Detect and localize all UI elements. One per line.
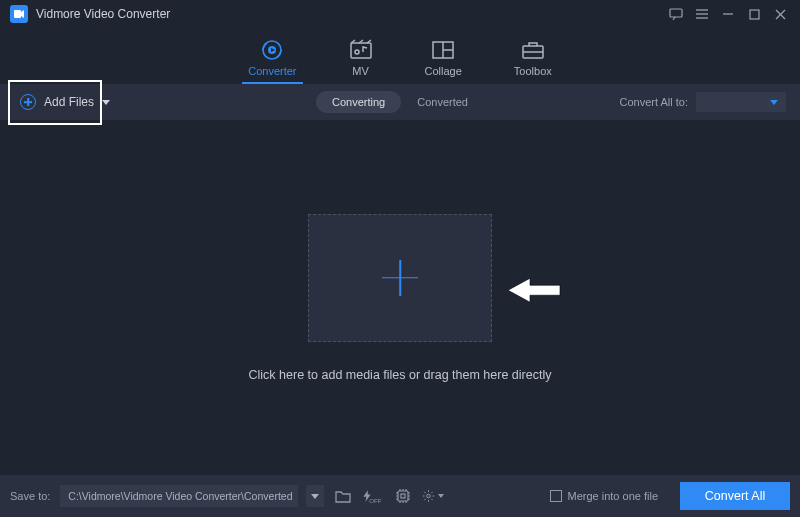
svg-rect-12 <box>351 43 371 58</box>
merge-label: Merge into one file <box>568 490 659 502</box>
open-folder-button[interactable] <box>332 485 354 507</box>
menu-icon[interactable] <box>692 4 712 24</box>
convert-all-button[interactable]: Convert All <box>680 482 790 510</box>
svg-rect-0 <box>14 10 21 18</box>
tab-label: Toolbox <box>514 65 552 77</box>
svg-rect-1 <box>670 9 682 17</box>
plus-circle-icon <box>20 94 36 110</box>
subtab-converting[interactable]: Converting <box>316 91 401 113</box>
tab-collage[interactable]: Collage <box>425 39 462 83</box>
svg-rect-19 <box>398 491 408 501</box>
subtab-converted[interactable]: Converted <box>401 91 484 113</box>
gpu-accel-button[interactable] <box>392 485 414 507</box>
close-button[interactable] <box>770 4 790 24</box>
feedback-icon[interactable] <box>666 4 686 24</box>
chevron-down-icon <box>770 100 778 105</box>
mv-icon <box>349 39 373 61</box>
tab-toolbox[interactable]: Toolbox <box>514 39 552 83</box>
save-path-field[interactable]: C:\Vidmore\Vidmore Video Converter\Conve… <box>60 485 298 507</box>
maximize-button[interactable] <box>744 4 764 24</box>
merge-checkbox[interactable]: Merge into one file <box>550 490 659 502</box>
svg-point-33 <box>427 494 431 498</box>
high-speed-button[interactable]: OFF <box>362 485 384 507</box>
convert-all-label: Convert All to: <box>620 96 688 108</box>
chevron-down-icon <box>311 494 319 499</box>
save-path-dropdown[interactable] <box>306 485 324 507</box>
add-files-label: Add Files <box>44 95 94 109</box>
svg-rect-6 <box>750 10 759 19</box>
subbar: Add Files Converting Converted Convert A… <box>0 84 800 120</box>
checkbox-icon <box>550 490 562 502</box>
dropzone[interactable] <box>308 214 492 342</box>
drop-hint: Click here to add media files or drag th… <box>249 368 552 382</box>
tab-label: Converter <box>248 65 296 77</box>
tab-mv[interactable]: MV <box>349 39 373 83</box>
plus-icon <box>382 260 418 296</box>
tab-converter[interactable]: Converter <box>248 39 296 83</box>
app-logo <box>10 5 28 23</box>
chevron-down-icon <box>438 494 444 498</box>
svg-point-13 <box>355 50 359 54</box>
save-to-label: Save to: <box>10 490 50 502</box>
subtabs: Converting Converted <box>316 91 484 113</box>
svg-rect-20 <box>401 494 405 498</box>
toolbox-icon <box>521 39 545 61</box>
main-area: Click here to add media files or drag th… <box>0 120 800 475</box>
tab-label: Collage <box>425 65 462 77</box>
annotation-arrow <box>506 276 562 308</box>
app-title: Vidmore Video Converter <box>36 7 170 21</box>
minimize-button[interactable] <box>718 4 738 24</box>
titlebar: Vidmore Video Converter <box>0 0 800 28</box>
settings-dropdown[interactable] <box>422 485 444 507</box>
convert-all-to: Convert All to: <box>620 92 786 112</box>
main-nav: Converter MV Collage Toolbox <box>0 28 800 84</box>
tab-label: MV <box>352 65 369 77</box>
chevron-down-icon <box>102 100 110 105</box>
bottombar: Save to: C:\Vidmore\Vidmore Video Conver… <box>0 475 800 517</box>
output-format-select[interactable] <box>696 92 786 112</box>
converter-icon <box>260 39 284 61</box>
collage-icon <box>431 39 455 61</box>
add-files-button[interactable]: Add Files <box>14 90 116 114</box>
